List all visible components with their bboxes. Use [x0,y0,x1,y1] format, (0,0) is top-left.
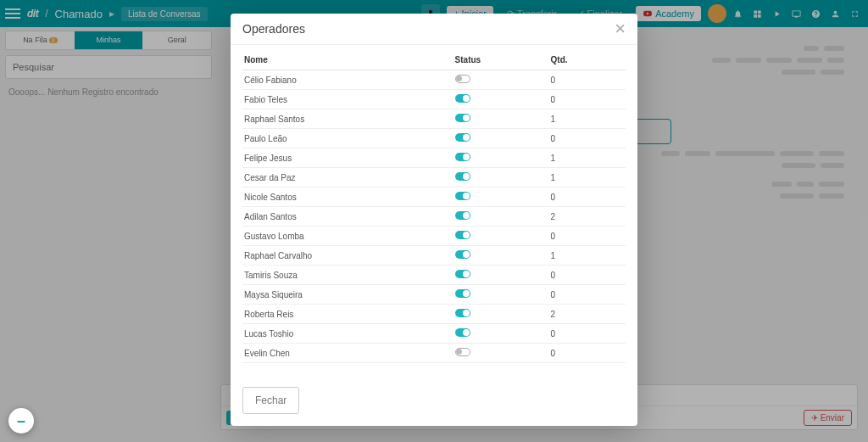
cell-qtd: 1 [549,168,626,187]
cell-status [453,246,549,266]
status-toggle[interactable] [455,348,470,356]
cell-qtd: 0 [549,324,626,344]
cell-nome: Gustavo Lomba [242,227,453,246]
cell-status [453,285,549,305]
cell-nome: Lucas Toshio [242,324,453,344]
table-row: Célio Fabiano0 [242,70,626,90]
cell-qtd: 1 [549,246,626,266]
cell-status [453,324,549,344]
table-row: Gustavo Lomba0 [242,227,626,246]
cell-qtd: 2 [549,305,626,324]
status-toggle[interactable] [455,211,470,220]
cell-status [453,305,549,324]
table-row: Lucas Toshio0 [242,324,626,344]
cell-qtd: 1 [549,148,626,168]
table-row: Maysa Siqueira0 [242,285,626,305]
cell-status [453,227,549,246]
cell-status [453,129,549,148]
cell-nome: Tamiris Souza [242,266,453,285]
cell-qtd: 0 [549,344,626,363]
cell-nome: Raphael Carvalho [242,246,453,266]
table-row: Roberta Reis2 [242,305,626,324]
status-toggle[interactable] [455,250,470,259]
cell-nome: Roberta Reis [242,305,453,324]
table-row: Tamiris Souza0 [242,266,626,285]
status-toggle[interactable] [455,153,470,161]
cell-nome: Evelin Chen [242,344,453,363]
operators-modal: Operadores × Nome Status Qtd. Célio Fabi… [231,14,637,426]
cell-nome: Cesar da Paz [242,168,453,187]
status-toggle[interactable] [455,309,470,317]
cell-nome: Adilan Santos [242,207,453,227]
table-row: Raphael Carvalho1 [242,246,626,266]
cell-qtd: 0 [549,266,626,285]
cell-status [453,70,549,90]
operators-table: Nome Status Qtd. Célio Fabiano0Fabio Tel… [242,50,626,363]
cell-nome: Paulo Leão [242,129,453,148]
cell-status [453,187,549,207]
status-toggle[interactable] [455,114,470,122]
table-row: Adilan Santos2 [242,207,626,227]
status-toggle[interactable] [455,328,470,337]
cell-nome: Felipe Jesus [242,148,453,168]
cell-qtd: 0 [549,285,626,305]
col-status[interactable]: Status [453,50,549,70]
table-row: Felipe Jesus1 [242,148,626,168]
modal-title: Operadores [242,22,305,36]
chat-fab[interactable]: – [8,408,34,434]
status-toggle[interactable] [455,133,470,142]
cell-qtd: 0 [549,129,626,148]
cell-qtd: 0 [549,187,626,207]
cell-qtd: 0 [549,227,626,246]
status-toggle[interactable] [455,192,470,200]
fechar-button[interactable]: Fechar [242,387,299,414]
cell-status [453,207,549,227]
cell-qtd: 2 [549,207,626,227]
cell-status [453,344,549,363]
cell-nome: Nicole Santos [242,187,453,207]
table-row: Evelin Chen0 [242,344,626,363]
cell-status [453,109,549,129]
cell-qtd: 0 [549,90,626,109]
close-icon[interactable]: × [615,23,626,35]
cell-nome: Maysa Siqueira [242,285,453,305]
status-toggle[interactable] [455,289,470,298]
cell-nome: Fabio Teles [242,90,453,109]
cell-status [453,266,549,285]
cell-status [453,148,549,168]
cell-qtd: 0 [549,70,626,90]
table-row: Raphael Santos1 [242,109,626,129]
table-row: Cesar da Paz1 [242,168,626,187]
cell-nome: Raphael Santos [242,109,453,129]
col-qtd[interactable]: Qtd. [549,50,626,70]
status-toggle[interactable] [455,75,470,83]
status-toggle[interactable] [455,231,470,239]
status-toggle[interactable] [455,172,470,181]
cell-status [453,90,549,109]
table-row: Paulo Leão0 [242,129,626,148]
status-toggle[interactable] [455,94,470,103]
table-row: Nicole Santos0 [242,187,626,207]
cell-qtd: 1 [549,109,626,129]
cell-nome: Célio Fabiano [242,70,453,90]
table-row: Fabio Teles0 [242,90,626,109]
col-nome[interactable]: Nome [242,50,453,70]
status-toggle[interactable] [455,270,470,278]
cell-status [453,168,549,187]
